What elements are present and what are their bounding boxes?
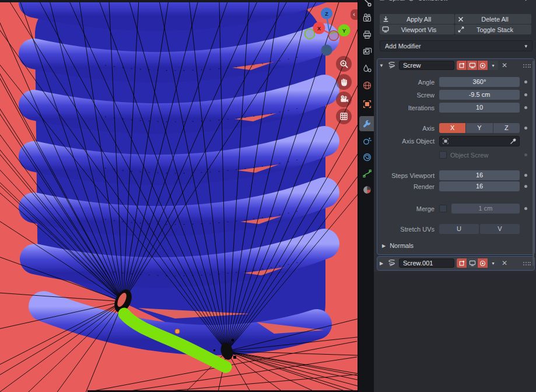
angle-row: Angle 360° [374, 77, 532, 87]
eyedropper-icon[interactable] [510, 138, 517, 145]
gizmo-axis-neg-y[interactable] [305, 29, 315, 39]
edit-mode-toggle[interactable] [457, 258, 467, 268]
stretch-uvs-label: Stretch UVs [374, 226, 435, 233]
screw-name-field[interactable]: Screw [399, 61, 454, 70]
collapse-triangle[interactable]: ▼ [377, 63, 386, 68]
breadcrumb-object[interactable]: Spiral [388, 0, 405, 2]
screw001-modifier-header: ▶ Screw.001 [377, 257, 534, 269]
screw-animate-dot[interactable] [524, 93, 527, 96]
sidebar-collapse-tab[interactable]: ‹ [351, 9, 358, 20]
render-display-toggle[interactable] [478, 258, 488, 268]
axis-object-field[interactable] [439, 136, 520, 146]
navigation-gizmo[interactable]: X Y Z [300, 3, 358, 61]
viewport-vis-button[interactable]: Viewport Vis [380, 24, 454, 34]
screw-modifier-icon [386, 61, 397, 69]
viewport-3d[interactable]: X Y Z [0, 0, 358, 392]
properties-scrollbar[interactable] [533, 61, 534, 266]
grid-icon [339, 112, 348, 121]
axis-object-label: Axis Object [374, 138, 435, 145]
screw-row: Screw -9.5 cm [374, 90, 532, 100]
steps-viewport-row: Steps Viewport 16 [374, 170, 532, 180]
merge-label: Merge [374, 205, 435, 212]
iterations-row: Iterations 10 [374, 103, 532, 113]
viewport-vis-label: Viewport Vis [391, 26, 454, 33]
steps-viewport-animate-dot[interactable] [524, 174, 527, 177]
remove-modifier-button[interactable]: ✕ [498, 61, 511, 69]
stretch-v-button[interactable]: V [480, 224, 520, 234]
pan-button[interactable] [336, 74, 352, 90]
physics-icon [362, 152, 372, 162]
tab-view-layer[interactable] [359, 44, 374, 59]
steps-viewport-field[interactable]: 16 [439, 170, 520, 180]
collapse-triangle[interactable]: ▶ [377, 261, 386, 266]
tab-modifiers-active[interactable] [359, 116, 374, 131]
drag-grip[interactable] [523, 258, 531, 268]
tab-world[interactable] [359, 78, 374, 93]
axis-y-button[interactable]: Y [466, 123, 492, 133]
merge-distance-field[interactable]: 1 cm [451, 204, 520, 214]
angle-animate-dot[interactable] [524, 80, 527, 83]
object-screw-checkbox[interactable] [439, 151, 447, 159]
gizmo-axis-neg-z[interactable] [321, 45, 332, 56]
camera-view-button[interactable] [336, 92, 352, 107]
axis-animate-dot[interactable] [524, 127, 527, 130]
tab-tool[interactable] [359, 0, 374, 10]
tab-scene[interactable] [359, 61, 374, 76]
object-screw-animate-dot[interactable] [524, 153, 527, 156]
tab-physics[interactable] [359, 149, 374, 164]
render-steps-animate-dot[interactable] [524, 185, 527, 188]
breadcrumb-data[interactable]: Corkscrew [418, 0, 448, 2]
edit-mode-toggle[interactable] [457, 61, 467, 70]
axis-x-button[interactable]: X [439, 123, 465, 133]
remove-modifier-button[interactable]: ✕ [498, 259, 511, 267]
merge-checkbox[interactable] [439, 205, 447, 212]
camera-icon [339, 94, 349, 104]
delete-all-label: Delete All [467, 16, 531, 23]
tab-object-data[interactable] [359, 166, 374, 181]
tab-render[interactable] [359, 10, 374, 25]
screw001-name-field[interactable]: Screw.001 [399, 258, 454, 268]
drag-grip[interactable] [523, 60, 531, 71]
merge-animate-dot[interactable] [524, 207, 527, 210]
zoom-button[interactable] [336, 56, 352, 72]
iterations-animate-dot[interactable] [524, 106, 527, 109]
iterations-field[interactable]: 10 [439, 103, 520, 113]
images-icon [362, 47, 372, 57]
axis-segmented-control: X Y Z [439, 123, 520, 133]
apply-all-button[interactable]: Apply All [380, 14, 454, 24]
realtime-display-toggle-off[interactable] [467, 258, 477, 268]
tab-material[interactable] [359, 182, 374, 197]
extras-dropdown[interactable]: ▾ [488, 258, 498, 268]
tab-output[interactable] [359, 27, 374, 42]
viewport-top-edge [0, 0, 358, 2]
normals-collapse-triangle[interactable]: ▶ [382, 243, 386, 249]
object-screw-row: Object Screw [374, 150, 532, 159]
extras-dropdown[interactable]: ▾ [488, 61, 498, 70]
hand-icon [339, 78, 349, 87]
properties-empty-area [374, 272, 536, 392]
axis-object-row: Axis Object [374, 136, 532, 146]
data-icon [408, 0, 415, 2]
render-steps-label: Render [374, 183, 435, 190]
angle-field[interactable]: 360° [439, 77, 520, 87]
realtime-display-toggle[interactable] [467, 61, 477, 70]
render-display-toggle[interactable] [478, 61, 488, 70]
toggle-stack-button[interactable]: Toggle Stack [455, 24, 531, 34]
tab-object[interactable] [359, 96, 374, 111]
orthographic-toggle-button[interactable] [336, 108, 352, 124]
breadcrumb: Spiral Corkscrew [379, 0, 531, 4]
merge-row: Merge 1 cm [374, 204, 532, 214]
gizmo-axis-neg-x[interactable] [329, 31, 339, 41]
render-steps-field[interactable]: 16 [439, 181, 520, 191]
delete-all-button[interactable]: Delete All [455, 14, 531, 24]
tab-particles[interactable] [359, 133, 374, 148]
modifier-properties-editor: Spiral Corkscrew Apply All [374, 0, 536, 392]
screw-field[interactable]: -9.5 cm [439, 90, 520, 100]
particles-icon [362, 136, 372, 146]
add-modifier-dropdown[interactable]: Add Modifier ▾ [380, 40, 533, 51]
scene-icon [362, 64, 372, 74]
iterations-label: Iterations [374, 104, 435, 111]
axis-z-button[interactable]: Z [493, 123, 520, 133]
normals-subpanel-header[interactable]: ▶ Normals [382, 242, 414, 249]
stretch-u-button[interactable]: U [439, 224, 479, 234]
